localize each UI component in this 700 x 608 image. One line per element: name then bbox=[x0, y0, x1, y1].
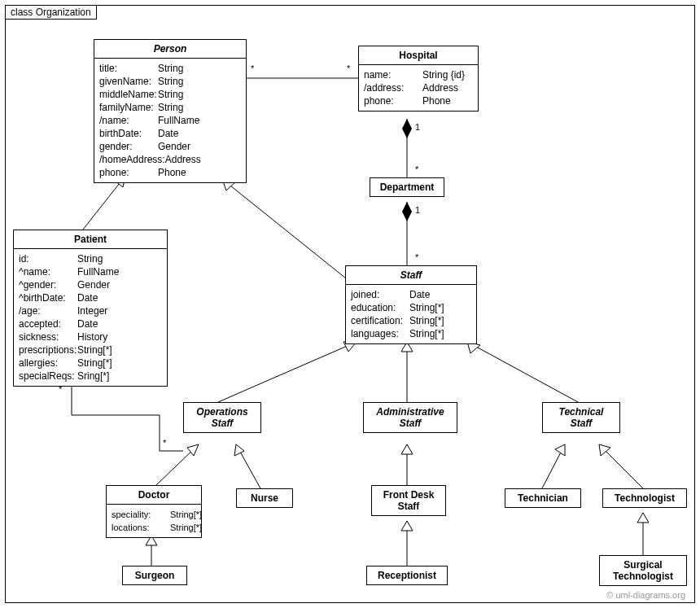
attribute-row: title:String bbox=[94, 62, 246, 75]
class-technologist-name: Technologist bbox=[603, 489, 686, 507]
mult-hospital-dept-h: 1 bbox=[415, 122, 420, 132]
attribute-row: /age:Integer bbox=[14, 304, 167, 317]
class-hospital: Hospital name:String {id}/address:Addres… bbox=[358, 46, 479, 112]
attribute-row: familyName:String bbox=[94, 101, 246, 114]
mult-hospital-side: * bbox=[347, 63, 350, 73]
attribute-row: allergies:String[*] bbox=[14, 356, 167, 370]
attribute-row: ^name:FullName bbox=[14, 265, 167, 278]
attribute-row: /name:FullName bbox=[94, 114, 246, 127]
mult-patient-ops-o: * bbox=[163, 438, 166, 448]
attribute-row: id:String bbox=[14, 252, 167, 265]
attribute-row: /address:Address bbox=[359, 81, 478, 94]
attribute-row: languages:String[*] bbox=[346, 327, 476, 340]
attribute-row: gender:Gender bbox=[94, 140, 246, 153]
attribute-row: joined:Date bbox=[346, 288, 476, 301]
class-front-desk-staff: Front Desk Staff bbox=[371, 485, 446, 516]
class-staff-name: Staff bbox=[346, 266, 476, 285]
class-department: Department bbox=[370, 177, 444, 197]
attribute-row: ^birthDate:Date bbox=[14, 291, 167, 304]
diagram-frame: class Organization bbox=[0, 0, 700, 608]
class-receptionist: Receptionist bbox=[366, 566, 448, 585]
class-staff: Staff joined:Dateeducation:String[*]cert… bbox=[345, 265, 477, 344]
mult-dept-staff-d: 1 bbox=[415, 205, 420, 215]
mult-hospital-dept-d: * bbox=[415, 164, 418, 174]
class-technologist: Technologist bbox=[602, 488, 687, 508]
attribute-row: givenName:String bbox=[94, 75, 246, 88]
class-nurse: Nurse bbox=[236, 488, 293, 508]
mult-person-side: * bbox=[251, 63, 254, 73]
class-front-desk-staff-name: Front Desk Staff bbox=[372, 486, 445, 515]
attribute-row: prescriptions:String[*] bbox=[14, 343, 167, 356]
class-technician-name: Technician bbox=[505, 489, 580, 507]
class-operations-staff-name: Operations Staff bbox=[184, 403, 260, 432]
attribute-row: middleName:String bbox=[94, 88, 246, 101]
class-operations-staff: Operations Staff bbox=[183, 402, 261, 433]
attribute-row: education:String[*] bbox=[346, 301, 476, 314]
class-doctor: Doctor speciality:String[*]locations:Str… bbox=[106, 485, 202, 538]
class-surgical-technologist-name: Surgical Technologist bbox=[600, 556, 686, 585]
watermark: © uml-diagrams.org bbox=[606, 590, 685, 600]
attribute-row: phone:Phone bbox=[94, 166, 246, 179]
class-technician: Technician bbox=[505, 488, 581, 508]
attribute-row: ^gender:Gender bbox=[14, 278, 167, 291]
attribute-row: birthDate:Date bbox=[94, 127, 246, 140]
class-administrative-staff: Administrative Staff bbox=[363, 402, 457, 433]
class-department-name: Department bbox=[370, 178, 444, 196]
attribute-row: specialReqs:Sring[*] bbox=[14, 370, 167, 383]
attribute-row: speciality:String[*] bbox=[107, 508, 201, 521]
class-technical-staff-name: Technical Staff bbox=[543, 403, 619, 432]
class-person: Person title:StringgivenName:Stringmiddl… bbox=[94, 39, 247, 183]
class-surgeon-name: Surgeon bbox=[123, 566, 186, 584]
class-hospital-name: Hospital bbox=[359, 46, 478, 65]
attribute-row: locations:String[*] bbox=[107, 521, 201, 534]
class-patient-name: Patient bbox=[14, 230, 167, 249]
class-person-attrs: title:StringgivenName:StringmiddleName:S… bbox=[94, 59, 246, 182]
frame-label: class Organization bbox=[5, 5, 97, 20]
class-person-name: Person bbox=[94, 40, 246, 59]
attribute-row: accepted:Date bbox=[14, 317, 167, 330]
class-surgical-technologist: Surgical Technologist bbox=[599, 555, 687, 586]
attribute-row: name:String {id} bbox=[359, 68, 478, 81]
class-receptionist-name: Receptionist bbox=[367, 566, 447, 584]
attribute-row: /homeAddress:Address bbox=[94, 153, 246, 166]
class-patient-attrs: id:String^name:FullName^gender:Gender^bi… bbox=[14, 249, 167, 386]
class-surgeon: Surgeon bbox=[122, 566, 187, 585]
attribute-row: sickness:History bbox=[14, 330, 167, 343]
class-administrative-staff-name: Administrative Staff bbox=[364, 403, 457, 432]
class-nurse-name: Nurse bbox=[237, 489, 292, 507]
attribute-row: certification:String[*] bbox=[346, 314, 476, 327]
class-patient: Patient id:String^name:FullName^gender:G… bbox=[13, 230, 168, 387]
class-staff-attrs: joined:Dateeducation:String[*]certificat… bbox=[346, 285, 476, 343]
class-doctor-name: Doctor bbox=[107, 486, 201, 505]
class-hospital-attrs: name:String {id}/address:Addressphone:Ph… bbox=[359, 65, 478, 111]
class-technical-staff: Technical Staff bbox=[542, 402, 620, 433]
class-doctor-attrs: speciality:String[*]locations:String[*] bbox=[107, 505, 201, 537]
mult-dept-staff-s: * bbox=[415, 252, 418, 262]
attribute-row: phone:Phone bbox=[359, 94, 478, 107]
